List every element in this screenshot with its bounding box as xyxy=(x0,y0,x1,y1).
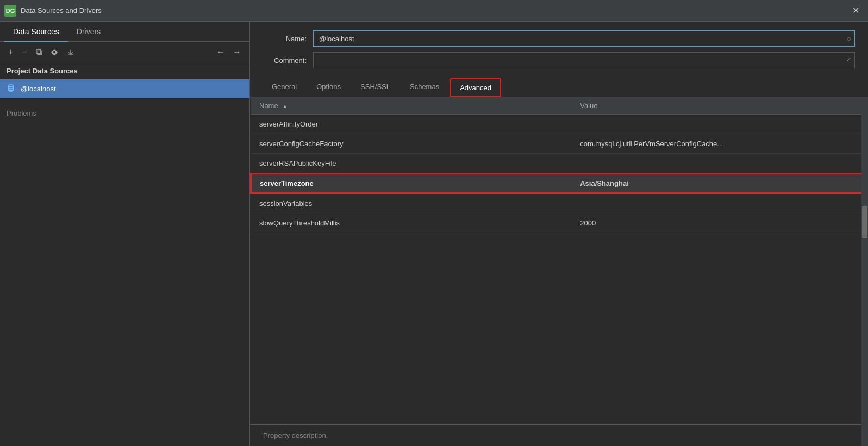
name-input[interactable] xyxy=(314,31,847,46)
add-button[interactable]: + xyxy=(5,46,16,59)
form-area: Name: ○ Comment: ⤢ xyxy=(250,22,868,78)
prop-name: slowQueryThresholdMillis xyxy=(251,213,571,233)
tab-drivers[interactable]: Drivers xyxy=(68,22,109,42)
detail-tabs: General Options SSH/SSL Schemas Advanced xyxy=(250,78,868,97)
prop-value: 2000 xyxy=(571,213,867,233)
expand-icon[interactable]: ⤢ xyxy=(846,56,851,63)
tab-general[interactable]: General xyxy=(263,78,305,97)
description-area: Property description. xyxy=(250,424,868,446)
table-row[interactable]: slowQueryThresholdMillis2000 xyxy=(251,213,867,233)
prop-name: serverAffinityOrder xyxy=(251,115,571,134)
col-header-value: Value xyxy=(571,97,867,115)
comment-row: Comment: ⤢ xyxy=(263,52,855,68)
remove-button[interactable]: − xyxy=(19,46,29,59)
close-button[interactable]: ✕ xyxy=(848,3,864,18)
prop-table: Name ▲ Value serverAffinityOrderserverCo… xyxy=(250,97,868,233)
right-panel-inner: Name ▲ Value serverAffinityOrderserverCo… xyxy=(250,97,868,446)
table-row[interactable]: serverTimezoneAsia/Shanghai xyxy=(251,173,867,193)
table-row[interactable]: serverAffinityOrder xyxy=(251,115,867,134)
comment-input[interactable]: ⤢ xyxy=(313,52,855,68)
tab-options[interactable]: Options xyxy=(308,78,349,97)
app-icon: DG xyxy=(4,5,16,17)
left-toolbar: + − ⧉ ← → xyxy=(0,42,249,62)
tab-schemas[interactable]: Schemas xyxy=(401,78,448,97)
table-row[interactable]: serverRSAPublicKeyFile xyxy=(251,154,867,174)
problems-label: Problems xyxy=(7,109,36,117)
table-row[interactable]: serverConfigCacheFactorycom.mysql.cj.uti… xyxy=(251,134,867,154)
properties-table: Name ▲ Value serverAffinityOrderserverCo… xyxy=(250,97,868,424)
datasource-icon xyxy=(7,84,15,94)
title-bar: DG Data Sources and Drivers ✕ xyxy=(0,0,868,22)
scrollbar-thumb xyxy=(862,206,867,238)
prop-value: Asia/Shanghai xyxy=(571,173,867,193)
right-panel: Name: ○ Comment: ⤢ General Options SSH/S… xyxy=(250,22,868,446)
prop-name: sessionVariables xyxy=(251,193,571,213)
prop-table-header: Name ▲ Value xyxy=(251,97,867,115)
section-header: Project Data Sources xyxy=(0,62,249,79)
copy-button[interactable]: ⧉ xyxy=(33,46,45,59)
toolbar-nav: ← → xyxy=(214,46,244,59)
sort-icon: ▲ xyxy=(282,103,288,109)
prop-value xyxy=(571,154,867,174)
main-container: Data Sources Drivers + − ⧉ ← → xyxy=(0,22,868,446)
prop-value: com.mysql.cj.util.PerVmServerConfigCache… xyxy=(571,134,867,154)
prop-name: serverConfigCacheFactory xyxy=(251,134,571,154)
title-bar-left: DG Data Sources and Drivers xyxy=(4,5,102,17)
prop-value xyxy=(571,193,867,213)
prop-value xyxy=(571,115,867,134)
table-row[interactable]: sessionVariables xyxy=(251,193,867,213)
comment-label: Comment: xyxy=(263,56,307,65)
description-text: Property description. xyxy=(263,431,328,439)
back-button[interactable]: ← xyxy=(214,46,228,59)
prop-name: serverRSAPublicKeyFile xyxy=(251,154,571,174)
prop-name: serverTimezone xyxy=(251,173,571,193)
datasource-name: @localhost xyxy=(21,85,56,93)
tab-advanced[interactable]: Advanced xyxy=(450,78,501,97)
tab-ssh-ssl[interactable]: SSH/SSL xyxy=(352,78,399,97)
left-panel: Data Sources Drivers + − ⧉ ← → xyxy=(0,22,250,446)
name-input-wrapper: ○ xyxy=(313,30,855,47)
name-row: Name: ○ xyxy=(263,30,855,47)
import-button[interactable] xyxy=(64,47,77,58)
col-header-name[interactable]: Name ▲ xyxy=(251,97,571,115)
name-label: Name: xyxy=(263,35,307,43)
clear-icon[interactable]: ○ xyxy=(847,34,854,43)
settings-button[interactable] xyxy=(48,47,61,58)
datasource-item-localhost[interactable]: @localhost xyxy=(0,79,249,98)
forward-button[interactable]: → xyxy=(230,46,244,59)
scrollbar-track[interactable] xyxy=(861,97,868,446)
tab-data-sources[interactable]: Data Sources xyxy=(4,22,68,42)
problems-section: Problems xyxy=(0,98,249,122)
window-title: Data Sources and Drivers xyxy=(21,7,102,15)
left-tab-bar: Data Sources Drivers xyxy=(0,22,249,42)
